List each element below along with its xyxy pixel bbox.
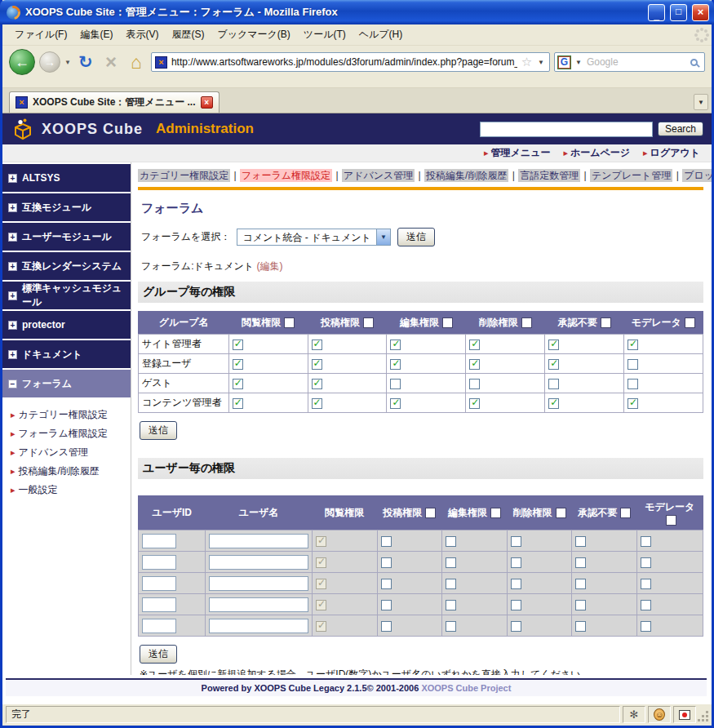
perm-checkbox[interactable] [446, 557, 456, 568]
red-dot-status-icon[interactable] [673, 706, 696, 723]
perm-checkbox[interactable] [390, 379, 401, 389]
url-text[interactable]: http://www.artsoftwareworks.jp/modules/d… [171, 56, 517, 68]
perm-checkbox[interactable] [575, 600, 586, 610]
check-all-checkbox[interactable] [490, 508, 501, 518]
check-all-checkbox[interactable] [556, 508, 566, 518]
check-all-checkbox[interactable] [425, 508, 436, 518]
sidebar-item[interactable]: +ALTSYS [2, 164, 131, 192]
menu-item[interactable]: ブックマーク(B) [211, 25, 295, 44]
sidebar-item[interactable]: +互換モジュール [2, 193, 131, 221]
perm-checkbox[interactable] [312, 359, 322, 370]
menu-item[interactable]: 編集(E) [74, 25, 118, 44]
user-name-input[interactable] [209, 555, 308, 570]
sidebar-subitem[interactable]: ▸一般設定 [11, 481, 127, 499]
forum-select[interactable]: コメント統合 - ドキュメント ▼ [237, 229, 390, 246]
close-button[interactable]: × [692, 4, 709, 21]
check-all-checkbox[interactable] [442, 317, 453, 328]
edit-link[interactable]: (編集) [256, 260, 282, 272]
perm-checkbox[interactable] [469, 398, 480, 409]
resize-grip[interactable] [698, 706, 710, 723]
perm-checkbox[interactable] [381, 600, 392, 610]
top-link[interactable]: ▸管理メニュー [484, 146, 550, 160]
perm-checkbox[interactable] [381, 579, 392, 589]
perm-checkbox[interactable] [548, 340, 559, 350]
perm-checkbox[interactable] [628, 379, 638, 389]
user-id-input[interactable] [142, 597, 176, 612]
minimize-button[interactable]: _ [648, 4, 665, 21]
search-engine-dropdown-icon[interactable]: ▼ [574, 59, 583, 66]
perm-checkbox[interactable] [381, 621, 392, 632]
sidebar-item[interactable]: +互換レンダーシステム [2, 252, 131, 280]
bookmark-star-icon[interactable]: ☆ [521, 55, 532, 69]
perm-checkbox[interactable] [446, 536, 456, 547]
minus-icon[interactable]: − [8, 380, 17, 388]
perm-checkbox[interactable] [233, 340, 243, 350]
perm-checkbox[interactable] [548, 379, 559, 389]
sidebar-item[interactable]: −フォーラム [2, 370, 131, 397]
admin-tab[interactable]: 言語定数管理 [518, 169, 580, 182]
check-all-checkbox[interactable] [521, 317, 532, 328]
url-bar[interactable]: × http://www.artsoftwareworks.jp/modules… [151, 52, 550, 72]
perm-checkbox[interactable] [575, 557, 586, 568]
admin-tab[interactable]: カテゴリー権限設定 [138, 169, 230, 182]
perm-checkbox[interactable] [312, 398, 322, 409]
forum-select-submit-button[interactable]: 送信 [397, 228, 435, 246]
perm-checkbox[interactable] [641, 579, 651, 589]
user-name-input[interactable] [209, 619, 308, 633]
perm-checkbox[interactable] [641, 600, 651, 610]
perm-checkbox[interactable] [511, 579, 521, 589]
check-all-checkbox[interactable] [601, 317, 611, 328]
search-bar[interactable]: G ▼ Google [554, 52, 705, 72]
check-all-checkbox[interactable] [284, 317, 295, 328]
perm-checkbox[interactable] [575, 536, 586, 547]
perm-checkbox[interactable] [312, 340, 322, 350]
menu-item[interactable]: 履歴(S) [166, 25, 210, 44]
perm-checkbox[interactable] [628, 340, 638, 350]
sidebar-subitem[interactable]: ▸投稿編集/削除履歴 [11, 462, 127, 481]
perm-checkbox[interactable] [511, 557, 521, 568]
perm-checkbox[interactable] [469, 379, 480, 389]
group-submit-button[interactable]: 送信 [140, 421, 177, 440]
plus-icon[interactable]: + [8, 291, 17, 300]
perm-checkbox[interactable] [641, 557, 651, 568]
perm-checkbox[interactable] [446, 600, 456, 610]
sidebar-item[interactable]: +ユーザーモジュール [2, 223, 131, 251]
perm-checkbox[interactable] [548, 398, 559, 409]
sidebar-subitem[interactable]: ▸フォーラム権限設定 [11, 424, 127, 443]
perm-checkbox[interactable] [469, 359, 480, 370]
plus-icon[interactable]: + [8, 321, 17, 330]
perm-checkbox[interactable] [641, 536, 651, 547]
reload-button[interactable]: ↻ [75, 52, 96, 72]
perm-checkbox[interactable] [446, 579, 456, 589]
plus-icon[interactable]: + [8, 262, 17, 271]
browser-tab[interactable]: × XOOPS Cube Site：管理メニュー ... × [9, 91, 220, 113]
perm-checkbox[interactable] [641, 621, 651, 632]
perm-checkbox[interactable] [233, 398, 243, 409]
user-submit-button[interactable]: 送信 [140, 645, 177, 664]
perm-checkbox[interactable] [628, 398, 638, 409]
check-all-checkbox[interactable] [666, 515, 676, 526]
user-name-input[interactable] [209, 534, 308, 548]
perm-checkbox[interactable] [628, 359, 638, 370]
url-dropdown-icon[interactable]: ▼ [536, 59, 546, 66]
perm-checkbox[interactable] [575, 621, 586, 632]
forward-button[interactable]: → [39, 51, 60, 73]
admin-tab[interactable]: テンプレート管理 [590, 169, 672, 182]
top-link[interactable]: ▸ログアウト [643, 146, 700, 160]
admin-tab[interactable]: フォーラム権限設定 [240, 169, 332, 182]
menu-item[interactable]: ヘルプ(H) [353, 25, 409, 44]
perm-checkbox[interactable] [233, 379, 243, 389]
sidebar-item[interactable]: +ドキュメント [2, 340, 131, 368]
perm-checkbox[interactable] [446, 621, 456, 632]
perm-checkbox[interactable] [511, 600, 521, 610]
user-id-input[interactable] [142, 555, 176, 570]
stop-button[interactable]: × [100, 51, 122, 73]
maximize-button[interactable]: □ [670, 4, 687, 21]
sidebar-subitem[interactable]: ▸アドバンス管理 [11, 443, 127, 462]
perm-checkbox[interactable] [381, 536, 392, 547]
sidebar-item[interactable]: +標準キャッシュモジュール [2, 282, 131, 309]
plus-icon[interactable]: + [8, 174, 17, 183]
user-id-input[interactable] [142, 576, 176, 591]
check-all-checkbox[interactable] [685, 317, 695, 328]
menu-item[interactable]: ツール(T) [298, 25, 352, 44]
